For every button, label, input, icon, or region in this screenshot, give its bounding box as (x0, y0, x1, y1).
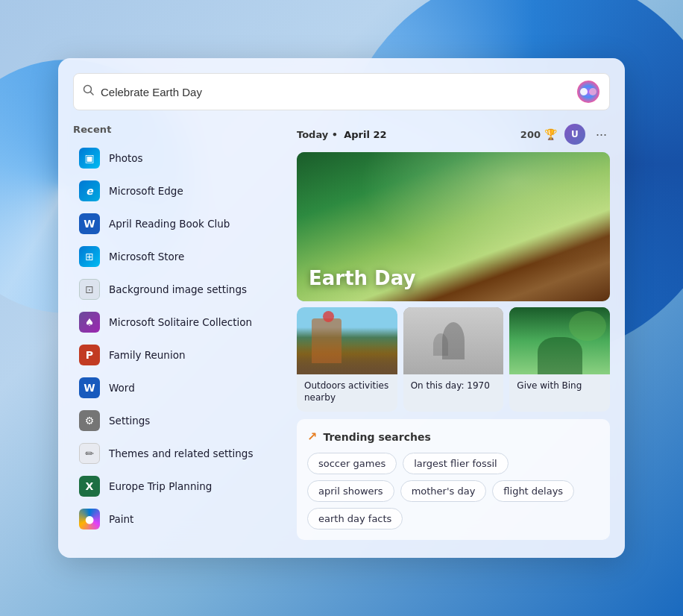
trending-section: ↗ Trending searches soccer gameslargest … (297, 419, 610, 540)
recent-item-name-themes: Themes and related settings (109, 447, 253, 459)
svg-point-4 (589, 88, 597, 95)
recent-list: ▣PhotoseMicrosoft EdgeWApril Reading Boo… (73, 142, 282, 535)
trophy-icon: 🏆 (544, 128, 557, 140)
recent-item-excel[interactable]: XEurope Trip Planning (73, 471, 282, 502)
card-label-outdoor: Outdoors activities nearby (297, 374, 397, 409)
date-label: Today • April 22 (297, 129, 387, 140)
small-card-givewing[interactable]: Give with Bing (509, 307, 610, 412)
recent-item-edge[interactable]: eMicrosoft Edge (73, 175, 282, 207)
app-icon-edge: e (79, 180, 100, 201)
app-icon-themes: ✏ (79, 443, 100, 464)
recent-item-name-edge: Microsoft Edge (109, 185, 183, 197)
trending-label: Trending searches (323, 431, 430, 443)
search-input[interactable] (101, 86, 570, 98)
trending-chip-3[interactable]: mother's day (400, 480, 487, 502)
earth-day-hero-card[interactable]: Earth Day (297, 152, 610, 301)
right-header: Today • April 22 200 🏆 U ··· (297, 124, 610, 145)
svg-point-3 (580, 88, 588, 95)
card-image-outdoor (297, 307, 397, 374)
app-icon-bg-settings: ⊡ (79, 279, 100, 300)
recent-item-name-excel: Europe Trip Planning (109, 480, 212, 492)
recent-item-family[interactable]: PFamily Reunion (73, 339, 282, 371)
small-cards-row: Outdoors activities nearby On this day: … (297, 307, 610, 412)
recent-item-name-word: Word (109, 382, 135, 394)
trending-header: ↗ Trending searches (307, 430, 599, 444)
card-label-onthisday: On this day: 1970 (403, 374, 504, 398)
recent-item-settings[interactable]: ⚙Settings (73, 405, 282, 436)
recent-item-solitaire[interactable]: ♠Microsoft Solitaire Collection (73, 307, 282, 338)
small-card-outdoor[interactable]: Outdoors activities nearby (297, 307, 397, 412)
app-icon-store: ⊞ (79, 246, 100, 267)
recent-label: Recent (73, 124, 282, 135)
recent-item-word-doc[interactable]: WApril Reading Book Club (73, 208, 282, 239)
trending-chip-2[interactable]: april showers (307, 480, 394, 502)
more-options-button[interactable]: ··· (593, 126, 610, 142)
card-label-givewing: Give with Bing (509, 374, 610, 398)
right-panel: Today • April 22 200 🏆 U ··· Ear (297, 124, 610, 540)
recent-item-name-paint: Paint (109, 513, 133, 525)
app-icon-family: P (79, 345, 100, 365)
svg-line-1 (91, 92, 94, 95)
card-image-onthisday (403, 307, 504, 374)
search-icon (83, 84, 95, 99)
trending-chip-0[interactable]: soccer games (307, 453, 397, 474)
left-panel: Recent ▣PhotoseMicrosoft EdgeWApril Read… (73, 124, 282, 540)
app-icon-excel: X (79, 476, 100, 497)
app-icon-word-doc: W (79, 213, 100, 234)
trending-icon: ↗ (307, 430, 317, 444)
header-actions: 200 🏆 U ··· (520, 124, 610, 145)
search-window: Recent ▣PhotoseMicrosoft EdgeWApril Read… (58, 58, 625, 558)
hero-title: Earth Day (309, 267, 415, 289)
trending-chip-1[interactable]: largest flier fossil (403, 453, 509, 474)
avatar[interactable]: U (564, 124, 585, 145)
app-icon-photos: ▣ (79, 148, 100, 169)
trending-chips: soccer gameslargest flier fossilapril sh… (307, 453, 599, 529)
body-layout: Recent ▣PhotoseMicrosoft EdgeWApril Read… (73, 124, 610, 540)
recent-item-word[interactable]: WWord (73, 372, 282, 403)
search-bar (73, 73, 610, 110)
small-card-onthisday[interactable]: On this day: 1970 (403, 307, 504, 412)
app-icon-settings: ⚙ (79, 410, 100, 431)
app-icon-paint: ● (79, 509, 100, 529)
recent-item-name-bg-settings: Background image settings (109, 283, 247, 295)
recent-item-name-solitaire: Microsoft Solitaire Collection (109, 316, 252, 328)
date-value: April 22 (344, 129, 386, 140)
recent-item-name-family: Family Reunion (109, 349, 186, 361)
points-value: 200 (520, 129, 541, 140)
app-icon-word: W (79, 377, 100, 398)
recent-item-themes[interactable]: ✏Themes and related settings (73, 438, 282, 469)
recent-item-name-photos: Photos (109, 152, 143, 164)
recent-item-photos[interactable]: ▣Photos (73, 142, 282, 174)
recent-item-bg-settings[interactable]: ⊡Background image settings (73, 274, 282, 305)
recent-item-name-store: Microsoft Store (109, 251, 184, 263)
points-badge[interactable]: 200 🏆 (520, 128, 557, 140)
recent-item-paint[interactable]: ●Paint (73, 503, 282, 535)
app-icon-solitaire: ♠ (79, 312, 100, 333)
trending-chip-4[interactable]: flight delays (492, 480, 574, 502)
recent-item-name-settings: Settings (109, 415, 150, 427)
bing-logo-icon (576, 80, 600, 104)
trending-chip-5[interactable]: earth day facts (307, 508, 403, 529)
recent-item-store[interactable]: ⊞Microsoft Store (73, 241, 282, 272)
card-image-givewing (509, 307, 610, 374)
recent-item-name-word-doc: April Reading Book Club (109, 218, 230, 230)
